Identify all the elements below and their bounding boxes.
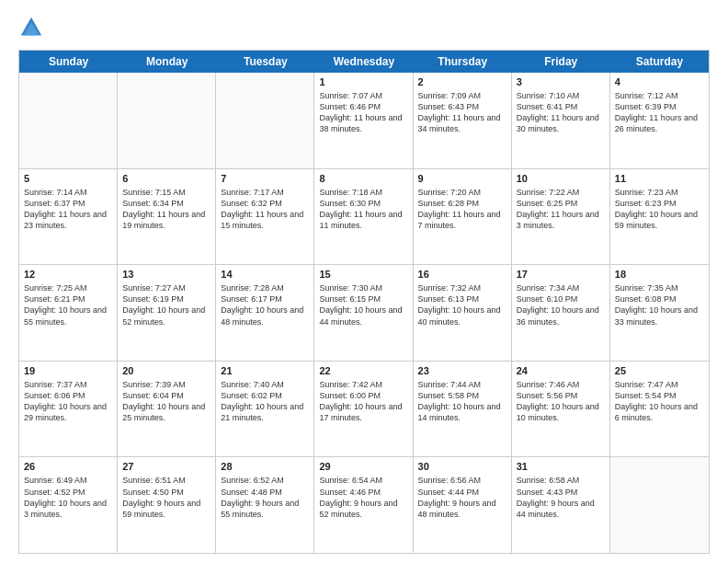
cell-info: Sunrise: 7:07 AM Sunset: 6:46 PM Dayligh…: [319, 90, 407, 135]
cell-info: Sunrise: 7:34 AM Sunset: 6:10 PM Dayligh…: [517, 282, 605, 327]
calendar-cell: 2Sunrise: 7:09 AM Sunset: 6:43 PM Daylig…: [414, 73, 512, 168]
calendar-cell: 17Sunrise: 7:34 AM Sunset: 6:10 PM Dayli…: [512, 265, 610, 361]
cell-info: Sunrise: 7:47 AM Sunset: 5:54 PM Dayligh…: [615, 379, 704, 424]
cell-info: Sunrise: 7:23 AM Sunset: 6:23 PM Dayligh…: [615, 187, 704, 232]
day-number: 12: [24, 269, 112, 280]
cell-info: Sunrise: 7:22 AM Sunset: 6:25 PM Dayligh…: [517, 187, 605, 232]
cell-info: Sunrise: 6:49 AM Sunset: 4:52 PM Dayligh…: [24, 475, 112, 520]
calendar-cell: 6Sunrise: 7:15 AM Sunset: 6:34 PM Daylig…: [118, 169, 216, 265]
calendar-cell: [216, 73, 314, 168]
calendar-cell: 24Sunrise: 7:46 AM Sunset: 5:56 PM Dayli…: [512, 362, 610, 457]
day-number: 11: [615, 173, 704, 184]
cell-info: Sunrise: 7:20 AM Sunset: 6:28 PM Dayligh…: [418, 187, 506, 232]
cell-info: Sunrise: 7:10 AM Sunset: 6:41 PM Dayligh…: [517, 90, 605, 135]
day-number: 9: [418, 173, 506, 184]
cell-info: Sunrise: 7:32 AM Sunset: 6:13 PM Dayligh…: [418, 282, 506, 327]
calendar-cell: [19, 73, 118, 168]
day-number: 20: [122, 365, 210, 376]
day-number: 1: [319, 76, 407, 87]
logo-icon: [18, 15, 44, 40]
calendar-cell: 31Sunrise: 6:58 AM Sunset: 4:43 PM Dayli…: [512, 457, 610, 553]
cell-info: Sunrise: 7:35 AM Sunset: 6:08 PM Dayligh…: [615, 282, 704, 327]
calendar-row: 5Sunrise: 7:14 AM Sunset: 6:37 PM Daylig…: [19, 169, 709, 266]
calendar-cell: 5Sunrise: 7:14 AM Sunset: 6:37 PM Daylig…: [19, 169, 118, 265]
cell-info: Sunrise: 7:37 AM Sunset: 6:06 PM Dayligh…: [24, 379, 112, 424]
calendar-cell: 10Sunrise: 7:22 AM Sunset: 6:25 PM Dayli…: [512, 169, 610, 265]
calendar-row: 1Sunrise: 7:07 AM Sunset: 6:46 PM Daylig…: [19, 73, 709, 169]
day-number: 6: [122, 173, 210, 184]
calendar-row: 19Sunrise: 7:37 AM Sunset: 6:06 PM Dayli…: [19, 362, 709, 458]
calendar-cell: 23Sunrise: 7:44 AM Sunset: 5:58 PM Dayli…: [414, 362, 512, 457]
header: [18, 15, 710, 40]
calendar-cell: 15Sunrise: 7:30 AM Sunset: 6:15 PM Dayli…: [314, 265, 413, 361]
day-number: 17: [517, 269, 605, 280]
calendar-header: SundayMondayTuesdayWednesdayThursdayFrid…: [19, 51, 709, 73]
calendar-cell: 25Sunrise: 7:47 AM Sunset: 5:54 PM Dayli…: [610, 362, 709, 457]
cell-info: Sunrise: 6:51 AM Sunset: 4:50 PM Dayligh…: [122, 475, 210, 520]
day-number: 25: [615, 365, 704, 376]
day-number: 2: [418, 76, 506, 87]
day-number: 7: [221, 173, 309, 184]
cell-info: Sunrise: 7:30 AM Sunset: 6:15 PM Dayligh…: [319, 282, 407, 327]
day-number: 26: [24, 461, 112, 472]
weekday-header: Monday: [118, 51, 216, 73]
calendar-cell: 13Sunrise: 7:27 AM Sunset: 6:19 PM Dayli…: [118, 265, 216, 361]
day-number: 5: [24, 173, 112, 184]
weekday-header: Sunday: [19, 51, 118, 73]
calendar-cell: [118, 73, 216, 168]
calendar-cell: 16Sunrise: 7:32 AM Sunset: 6:13 PM Dayli…: [414, 265, 512, 361]
day-number: 28: [221, 461, 309, 472]
cell-info: Sunrise: 7:14 AM Sunset: 6:37 PM Dayligh…: [24, 187, 112, 232]
day-number: 16: [418, 269, 506, 280]
calendar-cell: 18Sunrise: 7:35 AM Sunset: 6:08 PM Dayli…: [610, 265, 709, 361]
calendar-cell: 4Sunrise: 7:12 AM Sunset: 6:39 PM Daylig…: [610, 73, 709, 168]
calendar-cell: 20Sunrise: 7:39 AM Sunset: 6:04 PM Dayli…: [118, 362, 216, 457]
calendar-cell: 14Sunrise: 7:28 AM Sunset: 6:17 PM Dayli…: [216, 265, 314, 361]
cell-info: Sunrise: 7:25 AM Sunset: 6:21 PM Dayligh…: [24, 282, 112, 327]
cell-info: Sunrise: 7:44 AM Sunset: 5:58 PM Dayligh…: [418, 379, 506, 424]
calendar-cell: 21Sunrise: 7:40 AM Sunset: 6:02 PM Dayli…: [216, 362, 314, 457]
day-number: 10: [517, 173, 605, 184]
logo: [18, 15, 48, 40]
calendar-cell: 29Sunrise: 6:54 AM Sunset: 4:46 PM Dayli…: [314, 457, 413, 553]
page: SundayMondayTuesdayWednesdayThursdayFrid…: [0, 0, 728, 563]
day-number: 22: [319, 365, 407, 376]
calendar-cell: 9Sunrise: 7:20 AM Sunset: 6:28 PM Daylig…: [414, 169, 512, 265]
day-number: 19: [24, 365, 112, 376]
day-number: 14: [221, 269, 309, 280]
calendar-cell: 7Sunrise: 7:17 AM Sunset: 6:32 PM Daylig…: [216, 169, 314, 265]
cell-info: Sunrise: 7:40 AM Sunset: 6:02 PM Dayligh…: [221, 379, 309, 424]
cell-info: Sunrise: 7:09 AM Sunset: 6:43 PM Dayligh…: [418, 90, 506, 135]
calendar-cell: [610, 457, 709, 553]
cell-info: Sunrise: 7:46 AM Sunset: 5:56 PM Dayligh…: [517, 379, 605, 424]
calendar-cell: 11Sunrise: 7:23 AM Sunset: 6:23 PM Dayli…: [610, 169, 709, 265]
day-number: 4: [615, 76, 704, 87]
cell-info: Sunrise: 7:39 AM Sunset: 6:04 PM Dayligh…: [122, 379, 210, 424]
calendar-cell: 22Sunrise: 7:42 AM Sunset: 6:00 PM Dayli…: [314, 362, 413, 457]
calendar-cell: 19Sunrise: 7:37 AM Sunset: 6:06 PM Dayli…: [19, 362, 118, 457]
day-number: 8: [319, 173, 407, 184]
cell-info: Sunrise: 7:27 AM Sunset: 6:19 PM Dayligh…: [122, 282, 210, 327]
calendar-cell: 3Sunrise: 7:10 AM Sunset: 6:41 PM Daylig…: [512, 73, 610, 168]
cell-info: Sunrise: 7:12 AM Sunset: 6:39 PM Dayligh…: [615, 90, 704, 135]
cell-info: Sunrise: 7:18 AM Sunset: 6:30 PM Dayligh…: [319, 187, 407, 232]
cell-info: Sunrise: 6:58 AM Sunset: 4:43 PM Dayligh…: [517, 475, 605, 520]
calendar-cell: 30Sunrise: 6:56 AM Sunset: 4:44 PM Dayli…: [414, 457, 512, 553]
day-number: 21: [221, 365, 309, 376]
weekday-header: Tuesday: [216, 51, 314, 73]
calendar: SundayMondayTuesdayWednesdayThursdayFrid…: [18, 50, 710, 554]
cell-info: Sunrise: 6:54 AM Sunset: 4:46 PM Dayligh…: [319, 475, 407, 520]
day-number: 31: [517, 461, 605, 472]
day-number: 15: [319, 269, 407, 280]
calendar-cell: 26Sunrise: 6:49 AM Sunset: 4:52 PM Dayli…: [19, 457, 118, 553]
day-number: 29: [319, 461, 407, 472]
weekday-header: Saturday: [610, 51, 709, 73]
day-number: 27: [122, 461, 210, 472]
cell-info: Sunrise: 6:56 AM Sunset: 4:44 PM Dayligh…: [418, 475, 506, 520]
day-number: 13: [122, 269, 210, 280]
calendar-cell: 27Sunrise: 6:51 AM Sunset: 4:50 PM Dayli…: [118, 457, 216, 553]
day-number: 3: [517, 76, 605, 87]
day-number: 18: [615, 269, 704, 280]
cell-info: Sunrise: 7:42 AM Sunset: 6:00 PM Dayligh…: [319, 379, 407, 424]
calendar-cell: 1Sunrise: 7:07 AM Sunset: 6:46 PM Daylig…: [314, 73, 413, 168]
